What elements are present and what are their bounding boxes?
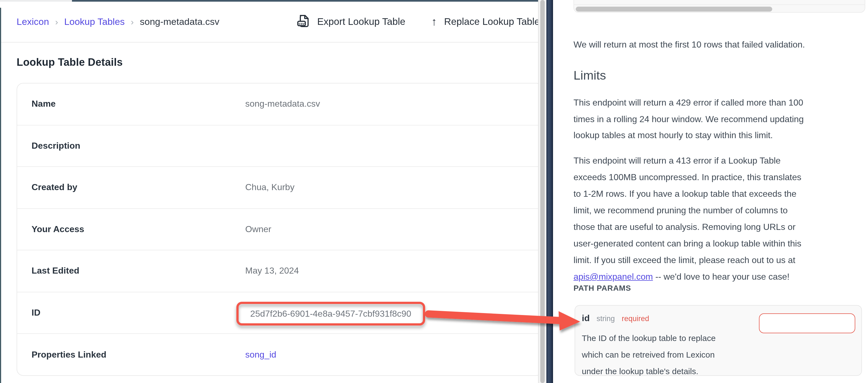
- path-param-card: id string required The ID of the lookup …: [575, 305, 862, 376]
- row-value: Chua, Kurby: [245, 183, 294, 193]
- text-after-link: -- we'd love to hear your use case!: [653, 272, 789, 281]
- text-line: apis@mixpanel.com -- we'd love to hear y…: [574, 269, 801, 285]
- param-required-badge: required: [622, 314, 649, 323]
- details-card: Name song-metadata.csv Description Creat…: [17, 83, 538, 376]
- window-left-edge: [0, 8, 1, 383]
- table-row-properties-linked: Properties Linked song_id: [17, 334, 538, 376]
- export-lookup-table-button[interactable]: csv Export Lookup Table: [297, 13, 405, 31]
- path-params-label: PATH PARAMS: [574, 283, 631, 292]
- replace-button-label: Replace Lookup Table: [444, 16, 538, 28]
- page-title: Lookup Table Details: [17, 56, 123, 69]
- text-line: This endpoint will return a 429 error if…: [574, 95, 804, 111]
- window-split-bar: [547, 0, 553, 383]
- row-label: Your Access: [32, 224, 245, 234]
- param-name: id: [582, 313, 590, 323]
- param-description: The ID of the lookup table to replace wh…: [582, 330, 716, 380]
- lookup-table-details-panel: Lexicon › Lookup Tables › song-metadata.…: [0, 2, 538, 383]
- row-value: Owner: [245, 224, 271, 234]
- table-row-description: Description: [17, 125, 538, 167]
- table-row-id: ID: [17, 292, 538, 334]
- breadcrumb-separator: ›: [131, 17, 134, 27]
- limits-paragraph-1: This endpoint will return a 429 error if…: [574, 95, 804, 143]
- breadcrumb-link-lookup-tables[interactable]: Lookup Tables: [64, 16, 125, 27]
- row-label: Name: [32, 99, 245, 109]
- text-line: This endpoint will return a 413 error if…: [574, 152, 801, 169]
- param-header: id string required: [582, 313, 649, 323]
- param-id-input[interactable]: [759, 313, 855, 333]
- text-line: The ID of the lookup table to replace: [582, 330, 716, 347]
- mixpanel-email-link[interactable]: apis@mixpanel.com: [574, 272, 653, 281]
- text-line: times in a rolling 24 hour window. We re…: [574, 111, 804, 127]
- vertical-scrollbar[interactable]: [540, 0, 545, 383]
- text-line: limit. If you still exceed the limit, pl…: [574, 252, 801, 269]
- breadcrumb: Lexicon › Lookup Tables › song-metadata.…: [17, 2, 219, 42]
- api-docs-panel: We will return at most the first 10 rows…: [553, 0, 868, 383]
- text-line: lookup tables at most hourly to stay wit…: [574, 127, 804, 143]
- song-id-link[interactable]: song_id: [245, 350, 276, 360]
- breadcrumb-separator: ›: [55, 17, 58, 27]
- table-row-created-by: Created by Chua, Kurby: [17, 167, 538, 209]
- screenshot-root: Lexicon › Lookup Tables › song-metadata.…: [0, 0, 868, 383]
- svg-text:csv: csv: [299, 21, 305, 26]
- text-line: user-generated content can bring a looku…: [574, 236, 801, 252]
- upload-arrow-icon: ↑: [432, 15, 437, 28]
- replace-lookup-table-button[interactable]: ↑ Replace Lookup Table: [432, 15, 538, 28]
- text-line: to 1-2M rows. If you have a lookup table…: [574, 186, 801, 202]
- row-label: Created by: [32, 183, 245, 193]
- toolbar: csv Export Lookup Table ↑ Replace Lookup…: [297, 2, 538, 42]
- text-line: those that are useful to analysis. Remov…: [574, 219, 801, 236]
- left-topbar: Lexicon › Lookup Tables › song-metadata.…: [0, 2, 538, 42]
- table-row-last-edited: Last Edited May 13, 2024: [17, 250, 538, 292]
- row-label: ID: [32, 308, 245, 318]
- row-value: May 13, 2024: [245, 266, 299, 276]
- limits-paragraph-2: This endpoint will return a 413 error if…: [574, 152, 801, 285]
- horizontal-scrollbar-thumb[interactable]: [576, 6, 772, 11]
- param-type: string: [596, 314, 615, 323]
- csv-file-icon: csv: [297, 13, 310, 31]
- text-line: under the lookup table's details.: [582, 363, 716, 380]
- text-line: exceeds 100MB uncompressed. In practice,…: [574, 169, 801, 186]
- text-line: which can be retreived from Lexicon: [582, 347, 716, 363]
- table-row-your-access: Your Access Owner: [17, 209, 538, 250]
- export-button-label: Export Lookup Table: [317, 16, 405, 28]
- scrollbar-hairline: [574, 4, 865, 5]
- row-label: Last Edited: [32, 266, 245, 276]
- row-value: song-metadata.csv: [245, 99, 320, 109]
- text-line: limit, we recommend pruning the number o…: [574, 202, 801, 219]
- row-label: Properties Linked: [32, 350, 245, 360]
- docs-intro-text: We will return at most the first 10 rows…: [574, 36, 805, 53]
- limits-heading: Limits: [574, 69, 606, 83]
- breadcrumb-link-lexicon[interactable]: Lexicon: [17, 16, 49, 27]
- breadcrumb-current-file: song-metadata.csv: [140, 16, 219, 27]
- row-label: Description: [32, 141, 245, 151]
- table-row-name: Name song-metadata.csv: [17, 83, 538, 125]
